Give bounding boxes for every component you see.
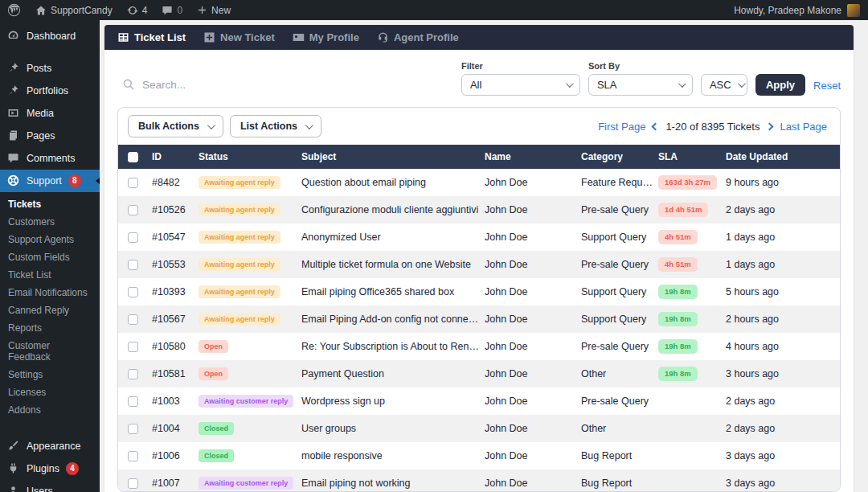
ticket-subject[interactable]: Wordpress sign up [301,396,485,407]
ticket-category: Support Query [581,232,658,243]
customer-name: John Doe [485,286,581,297]
ticket-id: #8482 [152,177,199,188]
list-actions-dropdown[interactable]: List Actions [230,115,321,137]
tab-ticket-list[interactable]: Ticket List [117,31,186,43]
row-checkbox[interactable] [128,342,138,352]
ticket-subject[interactable]: Email piping not working [301,478,485,489]
ticket-subject[interactable]: Email piping Office365 shared box [301,286,485,297]
previous-page-icon[interactable] [652,122,660,130]
row-checkbox[interactable] [128,396,138,407]
tab-label: Ticket List [134,31,186,43]
submenu-item-customer-feedback[interactable]: Customer Feedback [0,337,100,366]
submenu-item-ticket-list[interactable]: Ticket List [0,266,100,284]
support-submenu: TicketsCustomersSupport AgentsCustom Fie… [0,192,100,425]
ticket-row[interactable]: #10580OpenRe: Your Subscription is About… [118,333,840,360]
ticket-subject[interactable]: Re: Your Subscription is About to Renew [301,341,485,352]
tab-new-ticket[interactable]: New Ticket [203,31,275,43]
submenu-item-reports[interactable]: Reports [0,319,100,337]
tab-my-profile[interactable]: My Profile [293,31,359,43]
ticket-row[interactable]: #8482Awaiting agent replyQuestion about … [118,169,840,196]
ticket-row[interactable]: #10581OpenPayment QuestionJohn DoeOther1… [118,360,840,387]
sidebar-item-appearance[interactable]: Appearance [0,435,100,457]
sidebar-item-posts[interactable]: Posts [0,57,100,80]
search-input[interactable] [142,79,383,91]
chevron-down-icon [678,80,686,88]
row-checkbox[interactable] [128,232,138,243]
sidebar-item-label: Pages [27,130,55,141]
ticket-row[interactable]: #1003Awaiting customer replyWordpress si… [118,387,840,415]
submenu-item-customers[interactable]: Customers [0,213,100,231]
select-all-checkbox[interactable] [128,152,138,162]
submenu-item-email-notifications[interactable]: Email Notifications [0,284,100,301]
ticket-row[interactable]: #1004ClosedUser groupsJohn DoeOther2 day… [118,415,840,442]
sidebar-item-dashboard[interactable]: Dashboard [0,25,100,47]
ticket-subject[interactable]: Multiple ticket formula on one Website [301,259,485,270]
sidebar-item-support[interactable]: Support8 [0,170,100,192]
ticket-subject[interactable]: Question about email piping [301,177,485,188]
column-header-category: Category [581,151,658,162]
row-checkbox[interactable] [128,369,138,379]
last-page-link[interactable]: Last Page [780,121,827,133]
customer-name: John Doe [485,259,581,270]
row-checkbox[interactable] [128,478,138,489]
new-content-button[interactable]: New [190,0,238,20]
sort-by-select[interactable]: SLA [588,74,693,96]
sla-badge: 19h 8m [658,285,698,299]
header-checkbox-cell [118,152,152,162]
ticket-row[interactable]: #1007Awaiting customer replyEmail piping… [118,469,840,491]
ticket-subject[interactable]: Email Piping Add-on config not connectin… [301,314,485,325]
reset-link[interactable]: Reset [813,80,841,96]
ticket-row[interactable]: #10553Awaiting agent replyMultiple ticke… [118,251,840,278]
submenu-item-addons[interactable]: Addons [0,401,100,419]
filter-select[interactable]: All [461,74,580,96]
sidebar-item-pages[interactable]: Pages [0,125,100,147]
ticket-row[interactable]: #10567Awaiting agent replyEmail Piping A… [118,305,840,333]
sidebar-item-portfolios[interactable]: Portfolios [0,80,100,102]
first-page-link[interactable]: First Page [598,121,645,133]
customer-name: John Doe [485,478,581,489]
submenu-item-canned-reply[interactable]: Canned Reply [0,301,100,319]
ticket-row[interactable]: #10526Awaiting agent replyConfigurazione… [118,196,840,223]
row-checkbox[interactable] [128,205,138,215]
row-checkbox[interactable] [128,424,138,434]
status-badge: Closed [199,449,234,463]
row-checkbox[interactable] [128,451,138,461]
ticket-subject[interactable]: User groups [301,423,485,434]
submenu-item-custom-fields[interactable]: Custom Fields [0,248,100,266]
ticket-subject[interactable]: mobile responsive [301,450,485,461]
apply-button[interactable]: Apply [755,74,805,96]
submenu-item-tickets[interactable]: Tickets [0,195,100,213]
sidebar-item-users[interactable]: Users [0,480,100,492]
submenu-item-licenses[interactable]: Licenses [0,383,100,401]
updates-indicator[interactable]: 4 [120,0,155,20]
ticket-row[interactable]: #10393Awaiting agent replyEmail piping O… [118,278,840,305]
next-page-icon[interactable] [766,122,774,130]
chevron-down-icon [207,121,215,129]
ticket-subject[interactable]: Configurazione moduli cliente aggiuntivi [301,204,485,215]
ticket-row[interactable]: #10547Awaiting agent replyAnonymized Use… [118,223,840,251]
date-updated: 5 hours ago [726,286,840,297]
user-icon [7,485,20,492]
submenu-item-support-agents[interactable]: Support Agents [0,231,100,248]
bulk-actions-dropdown[interactable]: Bulk Actions [128,115,223,137]
row-checkbox[interactable] [128,314,138,325]
sidebar-item-media[interactable]: Media [0,102,100,125]
ticket-subject[interactable]: Anonymized User [301,232,485,243]
submenu-item-settings[interactable]: Settings [0,366,100,383]
site-link[interactable]: SupportCandy [28,0,120,20]
tab-agent-profile[interactable]: Agent Profile [377,31,459,43]
sort-order-select[interactable]: ASC [701,74,747,96]
wordpress-menu[interactable] [0,0,28,20]
date-updated: 9 hours ago [726,177,840,188]
date-updated: 2 days ago [726,396,840,407]
comments-indicator[interactable]: 0 [154,0,190,20]
ticket-subject[interactable]: Payment Question [301,368,485,379]
sidebar-item-comments[interactable]: Comments [0,147,100,170]
row-checkbox[interactable] [128,260,138,270]
admin-bar-right[interactable]: Howdy, Pradeep Makone [734,0,868,20]
sidebar-item-plugins[interactable]: Plugins4 [0,457,100,480]
row-checkbox[interactable] [128,287,138,297]
row-checkbox[interactable] [128,178,138,188]
ticket-row[interactable]: #1006Closedmobile responsiveJohn DoeBug … [118,442,840,469]
sidebar-item-label: Media [27,108,54,119]
